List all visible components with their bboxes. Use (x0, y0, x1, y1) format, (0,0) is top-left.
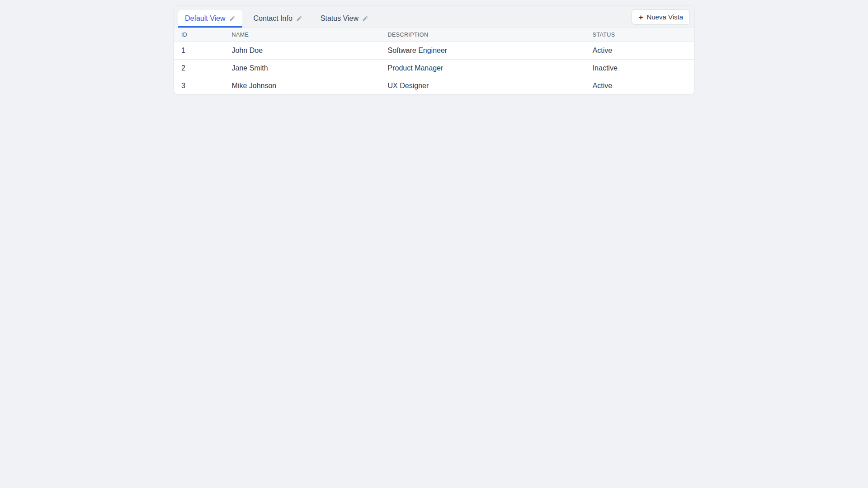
column-header-name: NAME (225, 28, 381, 42)
column-header-id: ID (174, 28, 225, 42)
cell-id: 2 (174, 60, 225, 77)
column-header-description: DESCRIPTION (381, 28, 585, 42)
cell-status: Active (585, 77, 694, 95)
new-view-button[interactable]: + Nueva Vista (632, 9, 690, 25)
edit-pencil-icon[interactable] (229, 15, 236, 22)
tab-status-view-label: Status View (321, 14, 359, 23)
edit-pencil-icon[interactable] (362, 15, 368, 22)
table-header-row: ID NAME DESCRIPTION STATUS (174, 28, 694, 42)
column-header-status: STATUS (585, 28, 694, 42)
table-row: 1 John Doe Software Engineer Active (174, 42, 694, 60)
cell-id: 3 (174, 77, 225, 95)
cell-description: UX Designer (381, 77, 585, 95)
records-table: ID NAME DESCRIPTION STATUS 1 John Doe So… (174, 28, 694, 94)
new-view-button-label: Nueva Vista (646, 13, 683, 21)
table-row: 3 Mike Johnson UX Designer Active (174, 77, 694, 95)
tab-contact-info[interactable]: Contact Info (247, 10, 309, 28)
cell-id: 1 (174, 42, 225, 60)
cell-description: Product Manager (381, 60, 585, 77)
tab-default-view-label: Default View (185, 14, 226, 23)
cell-name: Mike Johnson (225, 77, 381, 95)
cell-name: Jane Smith (225, 60, 381, 77)
view-tabs: Default View Contact Info Status View (178, 10, 375, 28)
view-tabbar: Default View Contact Info Status View + (174, 5, 694, 28)
tab-status-view[interactable]: Status View (314, 10, 375, 28)
table-row: 2 Jane Smith Product Manager Inactive (174, 60, 694, 77)
plus-icon: + (638, 14, 643, 21)
tab-default-view[interactable]: Default View (178, 10, 242, 28)
cell-status: Inactive (585, 60, 694, 77)
cell-description: Software Engineer (381, 42, 585, 60)
cell-name: John Doe (225, 42, 381, 60)
tab-contact-info-label: Contact Info (254, 14, 292, 23)
edit-pencil-icon[interactable] (296, 15, 302, 22)
views-card: Default View Contact Info Status View + (174, 5, 694, 95)
cell-status: Active (585, 42, 694, 60)
